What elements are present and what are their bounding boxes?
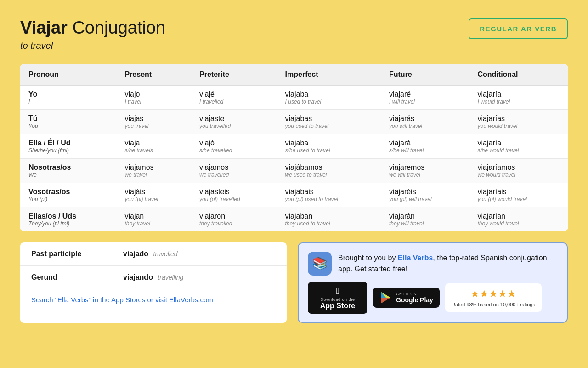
rating-box: ★★★★★ Rated 98% based on 10,000+ ratings — [445, 283, 542, 312]
promo-box: 📚 Brought to you by Ella Verbs, the top-… — [298, 242, 568, 323]
cell-preterite: viajasteis you (pl) travelled — [191, 183, 277, 207]
ella-verbs-link[interactable]: visit EllaVerbs.com — [155, 296, 213, 304]
cell-present: viajas you travel — [116, 109, 191, 134]
page-title: Viajar Conjugation — [20, 18, 165, 38]
cell-imperfect: viajaba I used to travel — [277, 85, 381, 109]
star-rating: ★★★★★ — [470, 288, 516, 300]
promo-bottom:  Download on the App Store GET IT ON Go… — [308, 282, 558, 314]
bottom-section: Past participle viajado travelled Gerund… — [20, 242, 568, 323]
gerund-row: Gerund viajando travelling — [20, 266, 287, 289]
cell-pronoun: Nosotras/os We — [20, 158, 116, 183]
conjugation-table: Pronoun Present Preterite Imperfect Futu… — [20, 64, 568, 231]
table-row: Ellas/os / Uds They/you (pl fml) viajan … — [20, 207, 568, 231]
svg-marker-4 — [381, 298, 390, 303]
cell-conditional: viajaría s/he would travel — [469, 134, 568, 158]
col-header-present: Present — [116, 64, 191, 86]
cell-pronoun: Vosotras/os You (pl) — [20, 183, 116, 207]
participle-form: viajado — [123, 250, 148, 258]
promo-text: Brought to you by Ella Verbs, the top-ra… — [338, 253, 558, 275]
cell-imperfect: viajabais you (pl) used to travel — [277, 183, 381, 207]
col-header-imperfect: Imperfect — [277, 64, 381, 86]
cell-pronoun: Yo I — [20, 85, 116, 109]
cell-future: viajarán they will travel — [381, 207, 469, 231]
cell-future: viajaré I will travel — [381, 85, 469, 109]
cell-pronoun: Ellas/os / Uds They/you (pl fml) — [20, 207, 116, 231]
ella-verbs-icon: 📚 — [308, 252, 332, 276]
app-store-small-text: Download on the — [320, 297, 355, 302]
google-play-name: Google Play — [396, 296, 433, 304]
gerund-value: viajando travelling — [123, 273, 183, 282]
cell-preterite: viajaron they travelled — [191, 207, 277, 231]
table-row: Ella / Él / Ud She/he/you (fml) viaja s/… — [20, 134, 568, 158]
google-play-icon — [379, 291, 392, 304]
cell-conditional: viajarían they would travel — [469, 207, 568, 231]
cell-imperfect: viajaba s/he used to travel — [277, 134, 381, 158]
verb-type-badge: REGULAR AR VERB — [469, 18, 568, 39]
app-store-button[interactable]:  Download on the App Store — [308, 282, 368, 314]
gerund-label: Gerund — [31, 273, 123, 282]
search-bar: Search "Ella Verbs" in the App Stores or… — [20, 289, 287, 310]
cell-present: viajan they travel — [116, 207, 191, 231]
participle-value: viajado travelled — [123, 250, 178, 258]
col-header-future: Future — [381, 64, 469, 86]
col-header-conditional: Conditional — [469, 64, 568, 86]
cell-imperfect: viajábamos we used to travel — [277, 158, 381, 183]
promo-top: 📚 Brought to you by Ella Verbs, the top-… — [308, 252, 558, 276]
app-store-name: App Store — [320, 302, 355, 310]
page-subtitle: to travel — [20, 40, 165, 51]
table-row: Tú You viajas you travel viajaste you tr… — [20, 109, 568, 134]
cell-imperfect: viajabas you used to travel — [277, 109, 381, 134]
cell-present: viaja s/he travels — [116, 134, 191, 158]
cell-preterite: viajé I travelled — [191, 85, 277, 109]
cell-pronoun: Tú You — [20, 109, 116, 134]
cell-imperfect: viajaban they used to travel — [277, 207, 381, 231]
search-text: Search "Ella Verbs" in the App Stores or — [31, 296, 153, 304]
google-play-texts: GET IT ON Google Play — [396, 292, 433, 304]
svg-text:📚: 📚 — [312, 256, 328, 270]
title-block: Viajar Conjugation to travel — [20, 18, 165, 51]
cell-preterite: viajamos we travelled — [191, 158, 277, 183]
cell-future: viajará s/he will travel — [381, 134, 469, 158]
participle-label: Past participle — [31, 250, 123, 258]
cell-preterite: viajaste you travelled — [191, 109, 277, 134]
participle-translation: travelled — [153, 250, 178, 258]
cell-present: viajamos we travel — [116, 158, 191, 183]
apple-logo-icon:  — [336, 286, 339, 296]
page-header: Viajar Conjugation to travel REGULAR AR … — [20, 18, 568, 51]
cell-future: viajarás you will travel — [381, 109, 469, 134]
cell-future: viajaréis you (pl) will travel — [381, 183, 469, 207]
table-row: Yo I viajo I travel viajé I travelled vi… — [20, 85, 568, 109]
col-header-preterite: Preterite — [191, 64, 277, 86]
google-play-small-text: GET IT ON — [396, 292, 433, 296]
cell-future: viajaremos we will travel — [381, 158, 469, 183]
cell-pronoun: Ella / Él / Ud She/he/you (fml) — [20, 134, 116, 158]
cell-conditional: viajaríamos we would travel — [469, 158, 568, 183]
table-row: Nosotras/os We viajamos we travel viajam… — [20, 158, 568, 183]
participle-box: Past participle viajado travelled Gerund… — [20, 242, 287, 323]
gerund-form: viajando — [123, 273, 153, 281]
cell-preterite: viajó s/he travelled — [191, 134, 277, 158]
gerund-translation: travelling — [158, 274, 183, 281]
conjugation-table-container: Pronoun Present Preterite Imperfect Futu… — [20, 64, 568, 231]
col-header-pronoun: Pronoun — [20, 64, 116, 86]
cell-conditional: viajaríais you (pl) would travel — [469, 183, 568, 207]
google-play-button[interactable]: GET IT ON Google Play — [373, 288, 440, 308]
cell-conditional: viajaría I would travel — [469, 85, 568, 109]
cell-present: viajáis you (pl) travel — [116, 183, 191, 207]
table-row: Vosotras/os You (pl) viajáis you (pl) tr… — [20, 183, 568, 207]
participle-row: Past participle viajado travelled — [20, 242, 287, 266]
ella-verbs-brand-link[interactable]: Ella Verbs — [398, 254, 433, 262]
cell-conditional: viajarías you would travel — [469, 109, 568, 134]
rating-text: Rated 98% based on 10,000+ ratings — [452, 302, 535, 307]
cell-present: viajo I travel — [116, 85, 191, 109]
